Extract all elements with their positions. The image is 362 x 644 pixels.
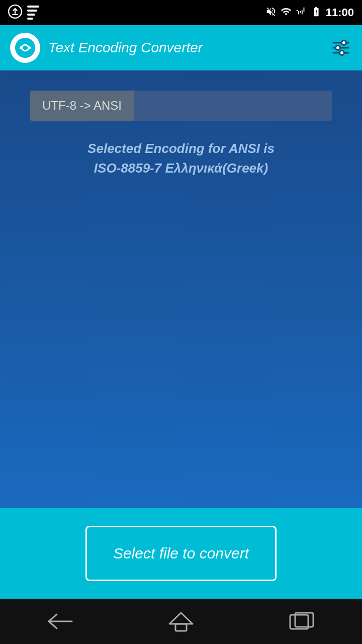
app-logo [10, 33, 40, 63]
home-button[interactable] [161, 606, 201, 636]
app-bar: Text Encoding Converter [0, 25, 362, 70]
svg-point-6 [342, 41, 345, 44]
settings-button[interactable] [330, 37, 352, 59]
select-file-button[interactable]: Select file to convert [85, 526, 277, 581]
signal-strength-icon [296, 6, 307, 20]
signal-bars-icon [27, 6, 39, 20]
recents-button[interactable] [282, 606, 322, 636]
upload-icon [8, 5, 22, 21]
back-button[interactable] [40, 606, 80, 636]
bottom-area: Select file to convert [0, 508, 362, 599]
app-title: Text Encoding Converter [48, 40, 203, 56]
battery-icon [311, 6, 322, 20]
wifi-icon [281, 6, 292, 20]
time-display: 11:00 [326, 6, 354, 19]
svg-point-12 [340, 51, 343, 54]
encoding-info-line2: ISO-8859-7 Ελληνικά(Greek) [87, 160, 275, 176]
svg-point-2 [20, 46, 23, 49]
svg-rect-13 [175, 624, 187, 631]
svg-point-3 [28, 46, 31, 49]
nav-bar [0, 599, 362, 644]
status-bar: 11:00 [0, 0, 362, 25]
mute-icon [265, 6, 277, 20]
encoding-info: Selected Encoding for ANSI is ISO-8859-7… [87, 141, 275, 176]
svg-point-9 [336, 46, 339, 49]
main-content: UTF-8 -> ANSI Selected Encoding for ANSI… [0, 70, 362, 508]
encoding-selector-label: UTF-8 -> ANSI [30, 91, 134, 121]
encoding-info-line1: Selected Encoding for ANSI is [87, 141, 275, 156]
svg-point-1 [15, 38, 35, 58]
encoding-selector[interactable]: UTF-8 -> ANSI [30, 91, 332, 121]
